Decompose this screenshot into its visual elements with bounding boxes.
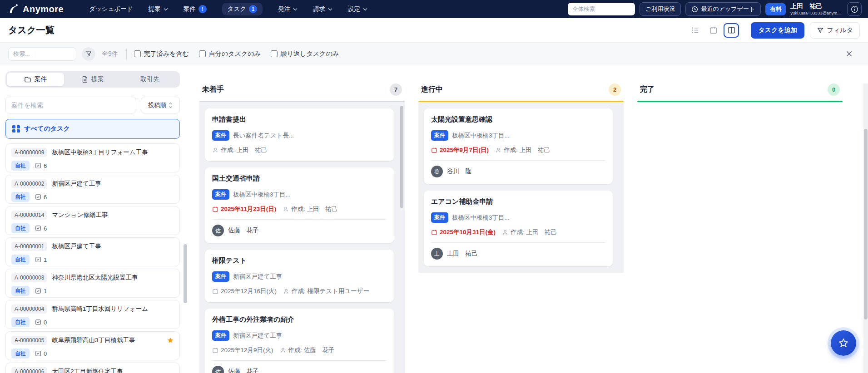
column-scrollbar[interactable] (400, 106, 403, 208)
nav-item-billing[interactable]: 請求 (313, 5, 332, 13)
project-card[interactable]: A-00000009板橋区中板橋3丁目リフォーム工事 自社 6 (5, 143, 180, 172)
sort-order-select[interactable]: 投稿順 (141, 97, 180, 113)
project-tag: 案件 (212, 330, 229, 341)
list-view-button[interactable] (687, 23, 703, 38)
project-card[interactable]: A-00000006大田区2丁目新築住宅工事 自社 0 (5, 363, 180, 373)
task-due-date: 2025年12月16日(火) (212, 287, 277, 295)
avatar: 上 (431, 248, 443, 260)
task-card[interactable]: 外構工事の外注業者の紹介 案件 新宿区戸建て工事 2025年12月9日(火) 作… (205, 309, 394, 373)
nav-item-projects[interactable]: 案件 ! (184, 5, 207, 13)
sidebar-scrollbar[interactable] (184, 68, 187, 370)
sidebar: 案件 提案 取引先 投稿順 すべてのタスク A-00000009板橋 (5, 65, 180, 373)
checkbox-recurring-only[interactable]: 繰り返しタスクのみ (271, 50, 339, 58)
clock-icon (691, 6, 698, 13)
page-scrollbar[interactable] (863, 83, 868, 373)
task-check-icon (35, 288, 41, 294)
person-icon (502, 229, 508, 236)
tab-projects[interactable]: 案件 (7, 73, 64, 86)
filter-funnel-button[interactable] (82, 47, 95, 61)
task-assignee: 佐 佐藤 花子 (212, 225, 387, 236)
nav-item-orders[interactable]: 発注 (278, 5, 298, 13)
user-block[interactable]: 上田 祐己 yuki.ueta+33333@anym... (790, 2, 841, 15)
person-icon (212, 147, 218, 153)
page-actions: タスクを追加 フィルタ (687, 22, 860, 39)
project-search-input[interactable] (5, 97, 136, 113)
task-count: 1 (35, 288, 47, 294)
task-search-input[interactable] (8, 47, 76, 61)
task-card[interactable]: 権限テスト 案件 新宿区戸建て工事 2025年12月16日(火) 作成: 権限テ… (205, 250, 394, 302)
tab-proposals[interactable]: 提案 (64, 73, 121, 86)
person-icon (495, 147, 501, 153)
chevron-down-icon (164, 8, 168, 11)
scrollbar-thumb[interactable] (184, 244, 187, 303)
calendar-view-button[interactable] (705, 23, 721, 38)
task-card[interactable]: エアコン補助金申請 案件 板橋区中板橋3丁目... 2025年10月31日(金)… (424, 191, 613, 266)
task-project-name: 新宿区戸建て工事 (233, 332, 282, 340)
task-creator: 作成: 上田 祐己 (212, 146, 267, 154)
avatar: 佐 (212, 225, 224, 236)
company-badge: 自社 (11, 192, 30, 202)
company-badge: 自社 (11, 348, 30, 358)
sidebar-controls: 投稿順 (5, 97, 180, 113)
task-card[interactable]: 国土交通省申請 案件 板橋区中板橋3丁目... 2025年11月23日(日) 作… (205, 167, 394, 243)
task-card[interactable]: 太陽光設置意思確認 案件 板橋区中板橋3丁目... 2025年9月7日(日) 作… (424, 108, 613, 184)
project-tag: 案件 (212, 271, 229, 282)
close-filter-button[interactable] (846, 50, 853, 57)
nav-item-dashboard[interactable]: ダッシュボード (89, 5, 133, 13)
nav-item-tasks[interactable]: タスク 1 (222, 3, 263, 15)
filter-button[interactable]: フィルタ (810, 22, 860, 39)
project-card[interactable]: A-00000005岐阜県飛騨高山3丁目植栽工事 自社 0 (5, 331, 180, 360)
divider (126, 49, 127, 59)
project-card[interactable]: A-00000002新宿区戸建て工事 自社 6 (5, 175, 180, 204)
task-card[interactable]: 申請書提出 案件 長い案件名テスト長... 作成: 上田 祐己 (205, 108, 394, 161)
task-check-icon (35, 194, 41, 200)
project-card[interactable]: A-00000001板橋区戸建て工事 自社 1 (5, 237, 180, 266)
recent-updates-button[interactable]: 最近のアップデート (685, 2, 761, 16)
all-tasks-item[interactable]: すべてのタスク (5, 119, 180, 139)
global-search-input[interactable] (568, 3, 635, 15)
add-task-button[interactable]: タスクを追加 (751, 22, 804, 39)
checkbox[interactable] (271, 50, 278, 57)
project-title: 神奈川県港北区太陽光設置工事 (52, 274, 174, 282)
column-card-list: 太陽光設置意思確認 案件 板橋区中板橋3丁目... 2025年9月7日(日) 作… (418, 102, 624, 273)
main-content: 案件 提案 取引先 投稿順 すべてのタスク A-00000009板橋 (0, 65, 868, 373)
task-count: 1 (35, 256, 47, 263)
company-badge: 自社 (11, 286, 30, 296)
task-due-date: 2025年10月31日(金) (431, 228, 496, 236)
calendar-icon (431, 229, 437, 236)
nav-item-settings[interactable]: 設定 (348, 5, 367, 13)
kanban-view-button[interactable] (724, 23, 739, 38)
column-title: 進行中 (421, 85, 443, 94)
project-title: 板橋区中板橋3丁目リフォーム工事 (52, 148, 174, 157)
project-title: 大田区2丁目新築住宅工事 (52, 368, 174, 373)
info-button[interactable] (847, 2, 862, 16)
checkbox-include-completed[interactable]: 完了済みを含む (134, 50, 189, 58)
scrollbar-thumb[interactable] (864, 129, 868, 319)
task-count: 0 (35, 350, 47, 357)
column-accent-line (637, 101, 843, 102)
project-card[interactable]: A-00000003神奈川県港北区太陽光設置工事 自社 1 (5, 269, 180, 298)
nav-item-proposals[interactable]: 提案 (149, 5, 168, 13)
checkbox[interactable] (134, 50, 141, 57)
main-menu: ダッシュボード 提案 案件 ! タスク 1 発注 請求 設定 (89, 3, 367, 15)
brand[interactable]: Anymore (7, 3, 64, 15)
star-icon[interactable] (167, 337, 174, 344)
project-title: 群馬県高崎1丁目水回りリフォーム (52, 305, 174, 313)
nav-right-cluster: ご利用状況 最近のアップデート 有料 上田 祐己 yuki.ueta+33333… (568, 2, 862, 16)
plan-badge: 有料 (765, 3, 786, 15)
person-icon (280, 347, 286, 353)
project-title: マンション修繕工事 (52, 211, 174, 219)
checkbox-my-tasks-only[interactable]: 自分のタスクのみ (199, 50, 261, 58)
project-card[interactable]: A-00000014マンション修繕工事 自社 6 (5, 206, 180, 235)
task-title: 申請書提出 (212, 115, 387, 124)
calendar-icon (212, 288, 218, 294)
usage-status-button[interactable]: ご利用状況 (640, 2, 681, 16)
column-header: 完了 0 (637, 65, 843, 101)
checkbox[interactable] (199, 50, 206, 57)
company-badge: 自社 (11, 223, 30, 233)
count-badge: 1 (249, 5, 257, 13)
project-card[interactable]: A-00000004群馬県高崎1丁目水回りリフォーム 自社 0 (5, 300, 180, 329)
company-badge: 自社 (11, 161, 30, 171)
favorites-fab-button[interactable] (831, 330, 856, 356)
tab-clients[interactable]: 取引先 (121, 73, 179, 86)
